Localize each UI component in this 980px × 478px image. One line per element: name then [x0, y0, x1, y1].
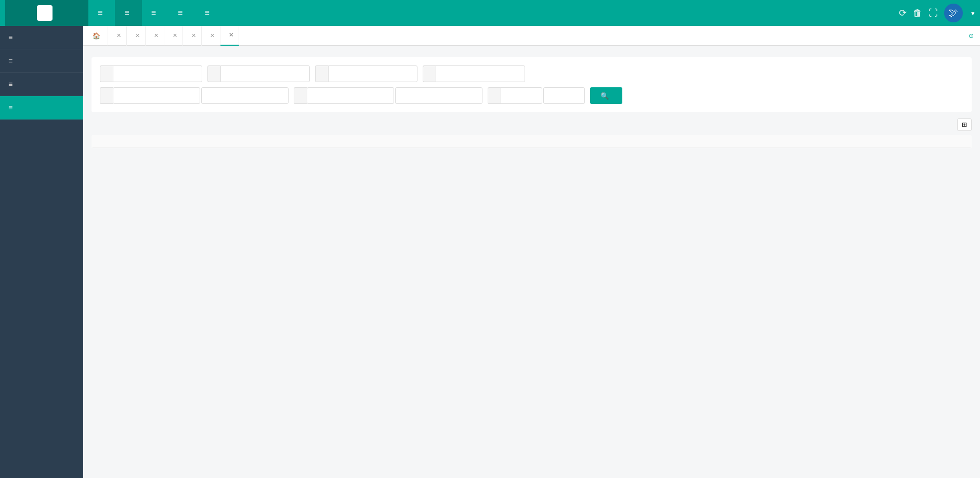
- birthday-field: [488, 87, 585, 104]
- tab-product-category-close[interactable]: ✕: [116, 32, 121, 39]
- search-row-2: 🔍: [100, 87, 963, 104]
- tab-order-list-close[interactable]: ✕: [154, 32, 159, 39]
- referrer-uid-field: [423, 65, 525, 82]
- search-icon: 🔍: [600, 92, 609, 100]
- login-start-input[interactable]: [113, 87, 200, 104]
- fullscreen-icon[interactable]: ⛶: [929, 8, 938, 19]
- column-settings-button[interactable]: ⊞: [957, 118, 972, 131]
- nav-item-user[interactable]: ≡: [115, 0, 141, 26]
- col-action: [904, 135, 972, 148]
- logo-icon: [37, 5, 53, 21]
- birthday-label: [488, 87, 501, 104]
- page-body: 🔍 ⊞: [83, 46, 980, 478]
- col-phone: [227, 135, 294, 148]
- login-time-field: [100, 87, 289, 104]
- login-time-label: [100, 87, 113, 104]
- tab-order-list[interactable]: ✕: [146, 26, 164, 46]
- sidebar-item-group-list[interactable]: ≡: [0, 26, 83, 49]
- nav-item-finance[interactable]: ≡: [195, 0, 221, 26]
- main-content: 🏠 ✕ ✕ ✕ ✕ ✕: [83, 26, 980, 478]
- user-menu-icon: ≡: [124, 8, 129, 18]
- search-panel: 🔍: [92, 57, 972, 112]
- register-start-input[interactable]: [307, 87, 394, 104]
- table-toolbar: ⊞: [92, 118, 972, 131]
- user-area[interactable]: ▾: [969, 9, 975, 17]
- tab-product-category[interactable]: ✕: [108, 26, 127, 46]
- col-referrer: [566, 135, 633, 148]
- tab-finance-order-close[interactable]: ✕: [173, 32, 177, 39]
- birthday-month-input[interactable]: [501, 87, 542, 104]
- page-ops[interactable]: ⊙: [969, 32, 976, 39]
- logo-area: [5, 0, 88, 26]
- collapse-icon: ≡: [98, 8, 102, 18]
- nav-item-product[interactable]: ≡: [142, 0, 168, 26]
- group-list-icon: ≡: [8, 33, 12, 42]
- sidebar-item-member-list[interactable]: ≡: [0, 96, 83, 120]
- tabs-bar: 🏠 ✕ ✕ ✕ ✕ ✕: [83, 26, 980, 46]
- nav-collapse[interactable]: ≡: [88, 0, 115, 26]
- tab-product-list-close[interactable]: ✕: [135, 32, 140, 39]
- nav-item-order[interactable]: ≡: [168, 0, 195, 26]
- tab-user-withdraw[interactable]: ✕: [183, 26, 202, 46]
- col-last-login: [768, 135, 836, 148]
- referrer-uid-label: [423, 65, 436, 82]
- member-uid-input[interactable]: [113, 65, 202, 82]
- video-list-icon: ≡: [8, 80, 12, 88]
- home-icon: 🏠: [93, 32, 100, 39]
- search-row-1: [100, 65, 963, 82]
- register-time-label: [294, 87, 307, 104]
- phone-input[interactable]: [220, 65, 310, 82]
- referrer-uid-input[interactable]: [436, 65, 525, 82]
- col-pickup-qr: [633, 135, 701, 148]
- col-birthday: [498, 135, 565, 148]
- eye-icon: ⊙: [969, 32, 974, 39]
- product-menu-icon: ≡: [151, 8, 156, 18]
- nickname-field: [315, 65, 417, 82]
- member-uid-label: [100, 65, 113, 82]
- nav-right: ⟳ 🗑 ⛶ 🕊 ▾: [899, 4, 975, 22]
- member-list-icon: ≡: [8, 103, 12, 112]
- order-menu-icon: ≡: [178, 8, 182, 18]
- register-end-input[interactable]: [395, 87, 482, 104]
- tab-member-list-close[interactable]: ✕: [229, 32, 233, 38]
- finance-menu-icon: ≡: [204, 8, 209, 18]
- sidebar-item-video-list[interactable]: ≡: [0, 73, 83, 96]
- register-time-field: [294, 87, 482, 104]
- delete-icon[interactable]: 🗑: [913, 8, 922, 19]
- col-register: [836, 135, 904, 148]
- nickname-input[interactable]: [328, 65, 417, 82]
- tab-product-list[interactable]: ✕: [127, 26, 146, 46]
- col-status: [430, 135, 498, 148]
- login-end-input[interactable]: [201, 87, 289, 104]
- phone-label: [207, 65, 220, 82]
- phone-field: [207, 65, 310, 82]
- tab-group-settle[interactable]: ✕: [202, 26, 220, 46]
- nav-menu: ≡ ≡ ≡ ≡ ≡: [88, 0, 899, 26]
- member-uid-field: [100, 65, 202, 82]
- col-promo-qr: [701, 135, 768, 148]
- refresh-icon[interactable]: ⟳: [899, 7, 907, 19]
- col-uid: [159, 135, 227, 148]
- tab-member-list[interactable]: ✕: [220, 26, 239, 46]
- sidebar-item-group-join[interactable]: ≡: [0, 49, 83, 73]
- sidebar: ≡ ≡ ≡ ≡: [0, 26, 83, 478]
- birthday-day-input[interactable]: [543, 87, 585, 104]
- tab-group-settle-close[interactable]: ✕: [210, 32, 215, 39]
- group-join-icon: ≡: [8, 57, 12, 65]
- table-header-row: [92, 135, 972, 148]
- user-dropdown-icon: ▾: [971, 9, 975, 17]
- tab-home[interactable]: 🏠: [87, 26, 108, 46]
- col-id: [92, 135, 159, 148]
- top-nav: ≡ ≡ ≡ ≡ ≡ ⟳ 🗑 ⛶ 🕊 ▾: [0, 0, 980, 26]
- layout: ≡ ≡ ≡ ≡ 🏠 ✕: [0, 26, 980, 478]
- col-nickname: [295, 135, 362, 148]
- search-button[interactable]: 🔍: [590, 87, 622, 104]
- col-avatar: [362, 135, 430, 148]
- bird-icon: 🕊: [944, 4, 963, 22]
- tab-user-withdraw-close[interactable]: ✕: [191, 32, 196, 39]
- data-table: [92, 135, 972, 148]
- nickname-label: [315, 65, 328, 82]
- tab-finance-order[interactable]: ✕: [164, 26, 183, 46]
